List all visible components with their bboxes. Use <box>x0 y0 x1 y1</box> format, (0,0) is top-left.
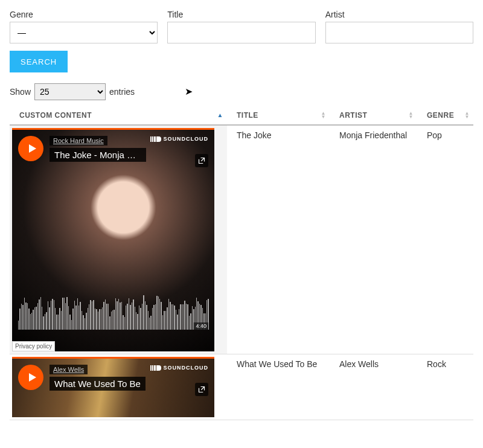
share-icon <box>198 386 205 393</box>
col-genre[interactable]: GENRE ▲▼ <box>417 106 473 125</box>
genre-label: Genre <box>10 10 158 19</box>
embed-track-title[interactable]: The Joke - Monja Fried... <box>50 148 146 162</box>
privacy-policy-link[interactable]: Privacy policy <box>12 341 55 351</box>
artist-label: Artist <box>325 10 473 19</box>
share-icon <box>198 157 205 164</box>
page-length-row: Show 25 entries <box>10 83 473 100</box>
cell-genre: Pop <box>417 125 473 354</box>
table-row: Rock Hard Music The Joke - Monja Fried..… <box>10 125 473 354</box>
page-length-select[interactable]: 25 <box>34 83 106 100</box>
soundcloud-embed[interactable]: Rock Hard Music The Joke - Monja Fried..… <box>12 128 214 351</box>
play-icon <box>27 373 37 382</box>
col-artist[interactable]: ARTIST ▲▼ <box>330 106 417 125</box>
play-icon <box>27 144 37 153</box>
sort-icon: ▲▼ <box>409 112 414 119</box>
col-title-label: TITLE <box>237 111 258 120</box>
sort-icon: ▲▼ <box>465 112 470 119</box>
col-artist-label: ARTIST <box>339 111 367 120</box>
table-row: Alex Wells What We Used To Be SOUNDCLOUD <box>10 354 473 420</box>
entries-label: entries <box>109 87 135 97</box>
title-input[interactable] <box>167 22 315 43</box>
soundcloud-logo[interactable]: SOUNDCLOUD <box>150 365 209 371</box>
artist-filter: Artist <box>325 10 473 43</box>
title-label: Title <box>167 10 315 19</box>
share-button[interactable] <box>195 383 208 396</box>
filter-row: Genre — Title Artist <box>10 10 473 43</box>
cell-title: The Joke <box>227 125 330 354</box>
title-filter: Title <box>167 10 315 43</box>
soundcloud-text: SOUNDCLOUD <box>164 365 209 371</box>
soundcloud-embed[interactable]: Alex Wells What We Used To Be SOUNDCLOUD <box>12 357 214 417</box>
embed-channel-link[interactable]: Alex Wells <box>50 365 88 374</box>
track-duration: 4:40 <box>194 322 208 330</box>
col-custom-content[interactable]: CUSTOM CONTENT ▲ <box>10 106 227 125</box>
col-title[interactable]: TITLE ▲▼ <box>227 106 330 125</box>
soundcloud-text: SOUNDCLOUD <box>164 136 209 142</box>
col-custom-content-label: CUSTOM CONTENT <box>19 111 92 120</box>
soundcloud-icon <box>150 136 161 142</box>
cell-artist: Alex Wells <box>330 354 417 420</box>
sort-icon: ▲▼ <box>321 112 326 119</box>
cell-title: What We Used To Be <box>227 354 330 420</box>
waveform[interactable] <box>18 293 208 330</box>
cell-artist: Monja Friedenthal <box>330 125 417 354</box>
play-button[interactable] <box>18 365 43 390</box>
sort-icon: ▲ <box>217 114 223 117</box>
cell-genre: Rock <box>417 354 473 420</box>
genre-select[interactable]: — <box>10 22 158 43</box>
embed-channel-link[interactable]: Rock Hard Music <box>50 136 107 146</box>
play-button[interactable] <box>18 136 43 161</box>
search-button[interactable]: SEARCH <box>10 51 68 72</box>
results-table: CUSTOM CONTENT ▲ TITLE ▲▼ ARTIST ▲▼ GENR… <box>10 106 473 420</box>
soundcloud-icon <box>150 365 161 371</box>
embed-track-title[interactable]: What We Used To Be <box>50 377 146 391</box>
genre-filter: Genre — <box>10 10 158 43</box>
show-label: Show <box>10 87 31 97</box>
share-button[interactable] <box>195 154 208 167</box>
soundcloud-logo[interactable]: SOUNDCLOUD <box>150 136 209 142</box>
col-genre-label: GENRE <box>427 111 454 120</box>
artist-input[interactable] <box>325 22 473 43</box>
